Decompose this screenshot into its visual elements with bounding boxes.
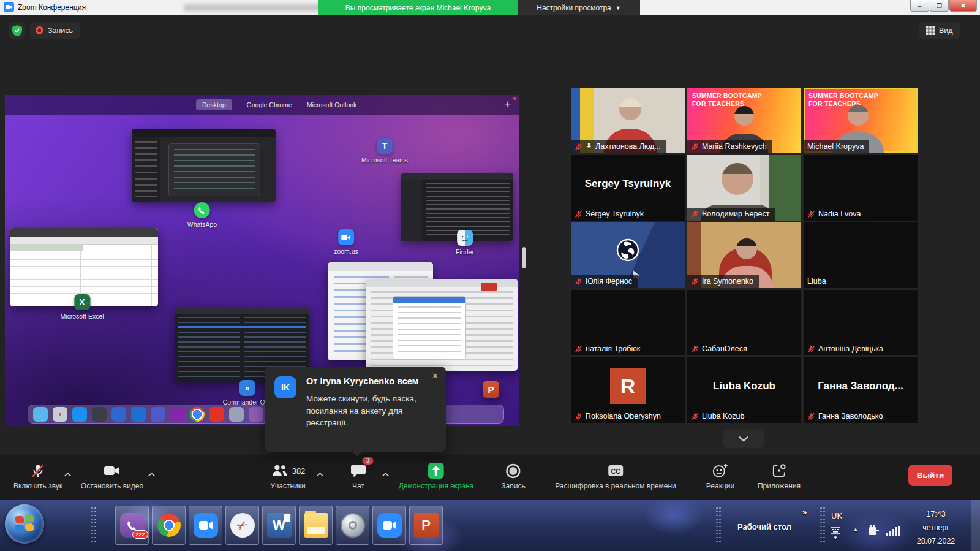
clock-weekday: четверг <box>905 521 967 534</box>
dock-icon-outlook[interactable] <box>131 407 146 422</box>
language-dropdown-arrow[interactable]: ▼ <box>833 535 838 541</box>
toolbar-record-button[interactable]: Запись <box>501 461 525 490</box>
close-icon[interactable]: ✕ <box>432 371 439 381</box>
participant-tile[interactable]: Nadia Lvova <box>804 155 918 221</box>
taskbar-app-zoom[interactable] <box>189 506 222 545</box>
toolbar-video-options-chevron[interactable] <box>148 468 156 479</box>
toolbar-button-label: Расшифровка в реальном времени <box>555 482 676 490</box>
toolbar-overflow-chevron[interactable]: » <box>802 507 807 517</box>
desktop-app-whatsapp[interactable]: WhatsApp <box>187 202 217 228</box>
toolbar-apps-button[interactable]: Приложения <box>758 461 801 490</box>
toolbar-mic-options-chevron[interactable] <box>64 468 72 479</box>
dock-icon-screenshot[interactable] <box>229 407 244 422</box>
participant-display-name: Sergey Tsyrulnyk <box>571 155 685 212</box>
dock-icon-teams[interactable] <box>151 407 165 422</box>
participant-tile[interactable]: Юлія Фернос <box>571 222 685 288</box>
space-tab-google-chrome[interactable]: Google Chrome <box>247 101 292 108</box>
recording-indicator[interactable]: Запись <box>30 22 80 39</box>
taskbar-app-snipping-tool[interactable]: ✂ <box>225 506 259 545</box>
muted-mic-icon <box>691 143 699 151</box>
desktop-app-zoomus[interactable]: zoom.us <box>334 229 358 255</box>
dock-icon-finder[interactable] <box>33 407 48 422</box>
network-signal-icon[interactable] <box>886 526 902 536</box>
muted-mic-icon <box>575 143 582 151</box>
dock-icon-safari[interactable] <box>92 407 107 422</box>
app-window-thumbnail[interactable] <box>366 279 518 371</box>
powerpoint-icon-thumbnail[interactable]: P <box>483 381 499 398</box>
desktop-toolbar-label[interactable]: Рабочий стол <box>737 522 791 531</box>
minimize-button[interactable]: – <box>910 0 929 12</box>
taskbar-app-media[interactable] <box>336 506 369 545</box>
toolbar-transcript-button[interactable]: CCРасшифровка в реальном времени <box>555 461 676 490</box>
participant-tile[interactable]: Антоніна Девіцька <box>804 290 918 355</box>
participant-tile[interactable]: Liuba <box>804 222 918 288</box>
meeting-security-badge[interactable] <box>9 22 25 39</box>
participant-tile[interactable]: Ira Symonenko <box>687 222 801 288</box>
taskbar-app-chrome[interactable] <box>152 506 186 545</box>
chat-popup-message: Можете скинути, будь ласка, посилання на… <box>306 393 436 429</box>
participant-name-label: Nadia Lvova <box>804 208 867 221</box>
window-titlebar: Zoom Конференция Вы просматриваете экран… <box>0 0 980 15</box>
dock-icon-chrome[interactable] <box>190 407 205 422</box>
space-tab-desktop[interactable]: Desktop <box>196 99 232 110</box>
desktop-app-teams[interactable]: TMicrosoft Teams <box>361 138 408 164</box>
participant-tile[interactable]: Володимир Берест <box>687 155 801 221</box>
participant-tile[interactable]: СабанОлеся <box>687 290 801 355</box>
participant-tile[interactable]: SUMMER BOOTCAMPFOR TEACHERSMariia Rashke… <box>687 88 801 153</box>
teams-window-thumbnail[interactable] <box>132 129 276 202</box>
dock-icon-youtube-music[interactable] <box>209 407 224 422</box>
desktop-app-finder[interactable]: Finder <box>456 230 474 256</box>
dock-icon-launchpad[interactable] <box>53 407 67 422</box>
toolbar-chat-button[interactable]: 3Чат <box>350 461 367 490</box>
taskbar-app-word[interactable]: W <box>262 506 296 545</box>
person-silhouette <box>736 238 757 259</box>
toolbar-participants-button[interactable]: 382Участники <box>270 461 305 490</box>
dock-icon-onenote[interactable] <box>170 407 185 422</box>
show-hidden-icons-button[interactable]: ▲ <box>853 526 859 533</box>
participant-tile[interactable]: Liuba KozubLiuba Kozub <box>687 357 801 423</box>
toolbar-chat-options-chevron[interactable] <box>382 468 390 479</box>
show-desktop-button[interactable] <box>971 500 980 551</box>
participant-tile[interactable]: SUMMER BOOTCAMPFOR TEACHERSMichael Kropy… <box>804 88 918 153</box>
participant-tile[interactable]: Sergey TsyrulnykSergey Tsyrulnyk <box>571 155 685 221</box>
muted-mic-icon <box>575 345 582 353</box>
participant-name-label: Michael Kropyva <box>804 140 869 153</box>
space-tab-microsoft-outlook[interactable]: Microsoft Outlook <box>307 101 357 108</box>
close-button[interactable]: ✕ <box>949 0 977 12</box>
toolbar-share-button[interactable]: Демонстрация экрана <box>399 461 474 490</box>
participant-tile[interactable]: наталія Тробюк <box>571 290 685 355</box>
taskbar-app-zoom-meeting[interactable] <box>372 506 406 545</box>
dock-icon-files[interactable] <box>111 407 126 422</box>
more-participants-button[interactable] <box>723 429 764 448</box>
view-button[interactable]: Вид <box>919 22 960 39</box>
taskbar-app-explorer[interactable] <box>299 506 333 545</box>
taskbar-app-viber[interactable]: 222 <box>115 506 149 545</box>
leave-meeting-button[interactable]: Выйти <box>908 465 952 486</box>
participant-name-label: Liuba Kozub <box>687 410 750 423</box>
toolbar-participants-options-chevron[interactable] <box>316 468 324 479</box>
participant-tile[interactable]: Ганна Заволод...Ганна Заволодько <box>804 357 918 423</box>
view-settings-button[interactable]: Настройки просмотра ▼ <box>518 0 640 15</box>
language-indicator[interactable]: UK <box>831 511 842 520</box>
add-space-button[interactable]: + <box>505 98 511 110</box>
desktop-app-excel[interactable]: XMicrosoft Excel <box>60 294 104 320</box>
maximize-button[interactable]: ❐ <box>930 0 949 12</box>
participant-tile[interactable]: Лахтионова Люд... <box>571 88 685 153</box>
microsoft-excel-icon: X <box>74 294 90 310</box>
dock-icon-viber[interactable] <box>249 407 263 422</box>
chat-notification-popup[interactable]: IK От Iryna Kyrychenko всем Можете скину… <box>265 367 446 452</box>
dock-icon-app-store[interactable] <box>72 407 87 422</box>
view-label: Вид <box>939 26 953 35</box>
participant-name-label: Sergey Tsyrulnyk <box>571 208 649 221</box>
toolbar-reactions-button[interactable]: Реакции <box>706 461 734 490</box>
muted-mic-icon <box>691 278 699 286</box>
power-plug-icon[interactable] <box>867 523 880 537</box>
keyboard-icon[interactable] <box>831 527 840 534</box>
panel-resize-handle[interactable] <box>522 247 526 268</box>
participant-tile[interactable]: RRoksolana Oberyshyn <box>571 357 685 423</box>
taskbar-clock[interactable]: 17:43 четверг 28.07.2022 <box>905 507 967 548</box>
toolbar-mic-button[interactable]: Включить звук <box>13 461 62 490</box>
taskbar-app-powerpoint[interactable]: P <box>409 506 443 545</box>
start-button[interactable] <box>5 504 44 544</box>
toolbar-video-button[interactable]: Остановить видео <box>81 461 143 490</box>
